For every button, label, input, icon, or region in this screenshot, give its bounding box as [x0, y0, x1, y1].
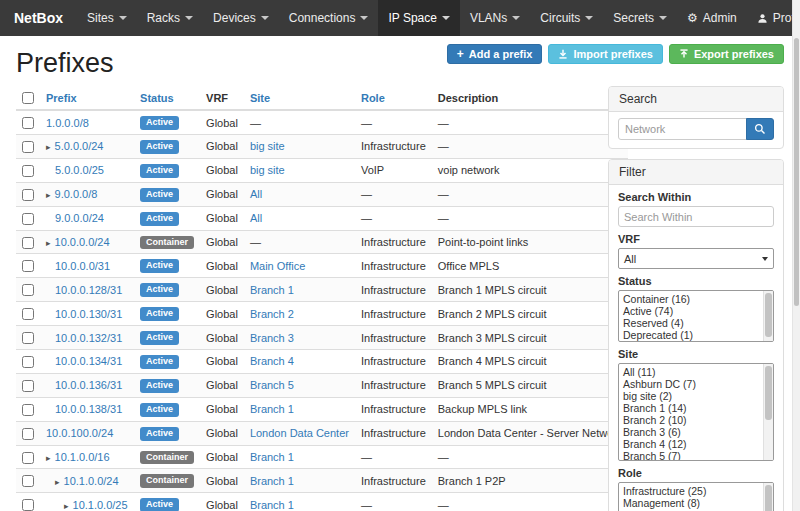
prefix-link[interactable]: 10.0.0.130/31: [55, 308, 122, 320]
site-link[interactable]: All: [250, 212, 262, 224]
row-checkbox[interactable]: [22, 260, 34, 272]
expand-caret-icon[interactable]: ▸: [46, 238, 51, 248]
prefix-link[interactable]: 9.0.0.0/8: [55, 188, 98, 200]
add-prefix-button[interactable]: +Add a prefix: [447, 44, 543, 64]
sort-link[interactable]: Status: [140, 92, 174, 104]
prefix-link[interactable]: 10.0.0.132/31: [55, 332, 122, 344]
navbar-brand[interactable]: NetBox: [0, 0, 77, 36]
site-option[interactable]: Branch 3 (6): [620, 426, 762, 438]
search-within-input[interactable]: [618, 206, 774, 227]
row-checkbox[interactable]: [22, 404, 34, 416]
prefix-link[interactable]: 10.0.0.134/31: [55, 355, 122, 367]
nav-item-connections[interactable]: Connections: [279, 0, 379, 36]
site-link[interactable]: big site: [250, 164, 285, 176]
row-checkbox[interactable]: [22, 213, 34, 225]
nav-item-sites[interactable]: Sites: [77, 0, 137, 36]
row-checkbox[interactable]: [22, 452, 34, 464]
row-checkbox[interactable]: [22, 356, 34, 368]
sort-link[interactable]: Prefix: [46, 92, 77, 104]
status-option[interactable]: Container (16): [620, 293, 762, 305]
prefix-link[interactable]: 10.0.0.138/31: [55, 403, 122, 415]
prefix-link[interactable]: 10.0.0.0/31: [55, 260, 110, 272]
row-checkbox[interactable]: [22, 308, 34, 320]
nav-item-admin[interactable]: ⚙Admin: [677, 0, 747, 36]
site-link[interactable]: Branch 1: [250, 475, 294, 487]
site-option[interactable]: Branch 2 (10): [620, 414, 762, 426]
site-link[interactable]: Main Office: [250, 260, 305, 272]
row-checkbox[interactable]: [22, 380, 34, 392]
site-link[interactable]: big site: [250, 140, 285, 152]
site-option[interactable]: big site (2): [620, 390, 762, 402]
nav-item-racks[interactable]: Racks: [137, 0, 203, 36]
listbox-scrollbar-thumb[interactable]: [765, 485, 772, 511]
nav-item-circuits[interactable]: Circuits: [530, 0, 603, 36]
site-link[interactable]: Branch 1: [250, 499, 294, 511]
sort-link[interactable]: Site: [250, 92, 270, 104]
site-option[interactable]: All (11): [620, 366, 762, 378]
expand-caret-icon[interactable]: ▸: [46, 453, 51, 463]
prefix-link[interactable]: 10.1.0.0/24: [64, 475, 119, 487]
prefix-link[interactable]: 10.0.100.0/24: [46, 427, 113, 439]
role-option[interactable]: Management (8): [620, 497, 762, 509]
search-input[interactable]: [618, 118, 747, 140]
site-link[interactable]: London Data Center: [250, 427, 349, 439]
prefix-link[interactable]: 5.0.0.0/25: [55, 164, 104, 176]
expand-caret-icon[interactable]: ▸: [46, 142, 51, 152]
vrf-label: VRF: [618, 233, 774, 246]
select-all-checkbox[interactable]: [22, 92, 34, 104]
expand-caret-icon[interactable]: ▸: [55, 477, 60, 487]
sort-link[interactable]: Role: [361, 92, 385, 104]
nav-item-devices[interactable]: Devices: [203, 0, 279, 36]
site-option[interactable]: Branch 5 (7): [620, 450, 762, 461]
status-option[interactable]: Reserved (4): [620, 317, 762, 329]
row-checkbox[interactable]: [22, 117, 34, 129]
row-checkbox[interactable]: [22, 475, 34, 487]
site-link[interactable]: Branch 5: [250, 379, 294, 391]
prefix-link[interactable]: 10.0.0.136/31: [55, 379, 122, 391]
search-button[interactable]: [746, 118, 774, 140]
site-link[interactable]: All: [250, 188, 262, 200]
prefix-link[interactable]: 1.0.0.0/8: [46, 117, 89, 129]
row-checkbox[interactable]: [22, 284, 34, 296]
expand-caret-icon[interactable]: ▸: [46, 190, 51, 200]
site-option[interactable]: Ashburn DC (7): [620, 378, 762, 390]
listbox-scrollbar[interactable]: [763, 483, 773, 511]
prefix-link[interactable]: 5.0.0.0/24: [55, 140, 104, 152]
prefix-link[interactable]: 10.0.0.0/24: [55, 236, 110, 248]
site-option[interactable]: Branch 1 (14): [620, 402, 762, 414]
page-scrollbar[interactable]: [792, 0, 800, 511]
row-checkbox[interactable]: [22, 332, 34, 344]
role-option[interactable]: Infrastructure (25): [620, 485, 762, 497]
site-link[interactable]: Branch 1: [250, 284, 294, 296]
status-option[interactable]: Deprecated (1): [620, 329, 762, 341]
page-scrollbar-thumb[interactable]: [794, 38, 799, 306]
site-link[interactable]: Branch 4: [250, 355, 294, 367]
prefix-link[interactable]: 9.0.0.0/24: [55, 212, 104, 224]
site-link[interactable]: Branch 1: [250, 451, 294, 463]
site-option[interactable]: Branch 4 (12): [620, 438, 762, 450]
prefix-link[interactable]: 10.1.0.0/25: [73, 499, 128, 511]
prefix-link[interactable]: 10.1.0.0/16: [55, 451, 110, 463]
row-checkbox[interactable]: [22, 499, 34, 511]
row-checkbox[interactable]: [22, 189, 34, 201]
site-link[interactable]: Branch 2: [250, 308, 294, 320]
expand-caret-icon[interactable]: ▸: [64, 501, 69, 511]
import-prefixes-button[interactable]: Import prefixes: [548, 44, 662, 64]
nav-item-vlans[interactable]: VLANs: [460, 0, 530, 36]
site-link[interactable]: Branch 1: [250, 403, 294, 415]
listbox-scrollbar[interactable]: [763, 364, 773, 460]
row-checkbox[interactable]: [22, 237, 34, 249]
vrf-select[interactable]: All: [618, 248, 774, 269]
site-link[interactable]: Branch 3: [250, 332, 294, 344]
nav-item-ip-space[interactable]: IP Space: [378, 0, 459, 36]
row-checkbox[interactable]: [22, 165, 34, 177]
listbox-scrollbar-thumb[interactable]: [765, 293, 772, 337]
row-checkbox[interactable]: [22, 428, 34, 440]
export-prefixes-button[interactable]: Export prefixes: [669, 44, 784, 64]
listbox-scrollbar[interactable]: [763, 291, 773, 341]
nav-item-secrets[interactable]: Secrets: [603, 0, 677, 36]
listbox-scrollbar-thumb[interactable]: [765, 366, 772, 420]
status-option[interactable]: Active (74): [620, 305, 762, 317]
prefix-link[interactable]: 10.0.0.128/31: [55, 284, 122, 296]
row-checkbox[interactable]: [22, 141, 34, 153]
